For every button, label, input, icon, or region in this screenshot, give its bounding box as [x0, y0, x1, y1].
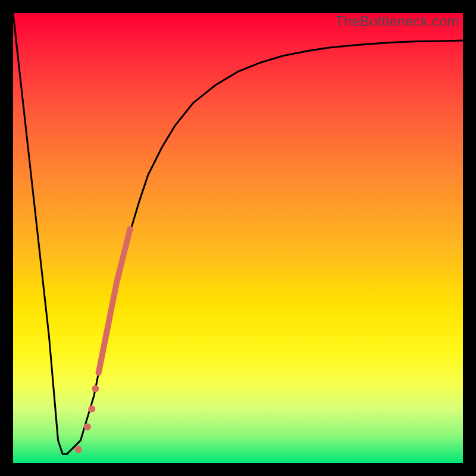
curve-markers — [75, 385, 99, 453]
chart-svg — [13, 13, 463, 463]
curve-marker — [88, 405, 95, 412]
bottleneck-curve — [13, 13, 463, 454]
plot-area: TheBottleneck.com — [13, 13, 463, 463]
curve-marker — [92, 385, 99, 392]
curve-marker — [75, 446, 82, 453]
curve-marker — [84, 424, 91, 431]
watermark-text: TheBottleneck.com — [335, 13, 459, 30]
highlighted-segment — [99, 229, 130, 373]
chart-frame: TheBottleneck.com — [0, 0, 476, 476]
